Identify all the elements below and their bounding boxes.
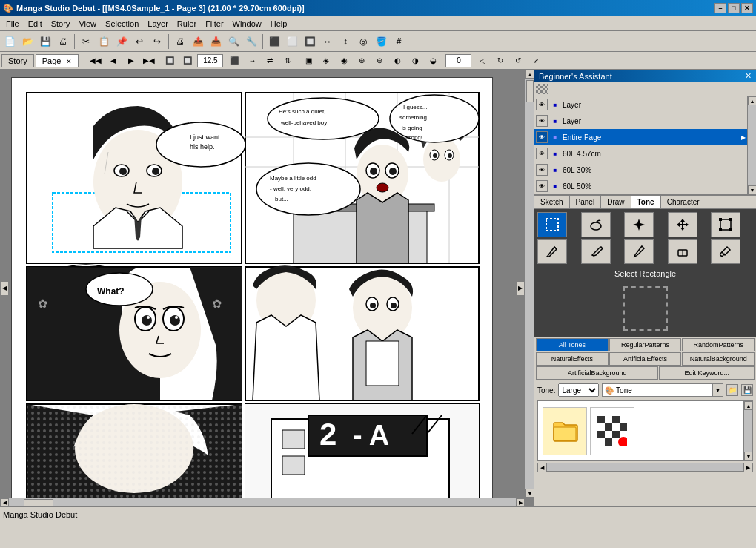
tab-character[interactable]: Character: [661, 196, 706, 208]
left-nav-arrow[interactable]: ◀: [0, 281, 9, 296]
canvas-vscroll[interactable]: ▲ ▼: [525, 70, 534, 498]
layer-eye-2[interactable]: 👁: [536, 115, 548, 127]
tone-cat-artificial-bg[interactable]: ArtificialBackground: [536, 366, 658, 380]
tool-magic-wand[interactable]: [624, 212, 654, 237]
selection-tool3[interactable]: ◉: [336, 53, 352, 69]
fill-btn[interactable]: 🪣: [373, 33, 389, 50]
tab-draw[interactable]: Draw: [601, 196, 631, 208]
rot-btn2[interactable]: ↻: [492, 53, 508, 69]
tool-pen[interactable]: [581, 239, 611, 264]
rot-btn4[interactable]: ⤢: [528, 53, 544, 69]
selection-tool2[interactable]: ◈: [318, 53, 334, 69]
layer-eye-1[interactable]: 👁: [536, 99, 548, 110]
tone-folder-btn[interactable]: 📁: [726, 384, 738, 396]
page-last-btn[interactable]: ▶◀: [141, 53, 157, 69]
right-nav-arrow[interactable]: ▶: [516, 281, 525, 296]
canvas-area[interactable]: ◀: [0, 70, 534, 506]
tone-cat-edit-keyword[interactable]: Edit Keyword...: [659, 366, 755, 380]
tone-items-hscroll[interactable]: ◀ ▶: [537, 463, 753, 472]
menu-edit[interactable]: Edit: [24, 18, 47, 30]
rot-btn3[interactable]: ↺: [510, 53, 526, 69]
tone-hscroll-right[interactable]: ▶: [743, 463, 752, 472]
canvas-hscroll[interactable]: ◀ ▶: [0, 498, 525, 506]
view-btn[interactable]: 🔍: [225, 33, 242, 50]
tone-cat-artificial-effects[interactable]: ArtificialEffects: [609, 352, 682, 366]
maximize-button[interactable]: □: [728, 3, 740, 13]
tone-cat-all-tones[interactable]: All Tones: [536, 338, 609, 351]
print-preview-btn[interactable]: 🖨: [55, 33, 71, 50]
tone-save-btn[interactable]: 💾: [741, 384, 753, 396]
select-invert-btn[interactable]: 🔲: [302, 33, 318, 50]
deselect-btn[interactable]: ⬜: [284, 33, 300, 50]
tone-cat-natural-bg[interactable]: NaturalBackground: [682, 352, 755, 366]
tone-vscroll-up[interactable]: ▲: [744, 401, 753, 410]
hscroll-right-btn[interactable]: ▶: [516, 498, 525, 506]
layer-row-6[interactable]: 👁 ■ 60L 50%: [534, 178, 747, 194]
rot-btn1[interactable]: ◁: [474, 53, 491, 69]
vscroll-thumb[interactable]: [526, 80, 534, 102]
grid-btn[interactable]: #: [391, 33, 407, 50]
page-first-btn[interactable]: ◀◀: [87, 53, 104, 69]
selection-tool6[interactable]: ◐: [389, 53, 405, 69]
menu-view[interactable]: View: [74, 18, 101, 30]
zoom-fit-btn[interactable]: ⬛: [226, 53, 242, 69]
tone-combo-arrow[interactable]: ▼: [712, 384, 723, 396]
page-tab[interactable]: Page ✕: [36, 54, 79, 67]
menu-help[interactable]: Help: [266, 18, 292, 30]
hscroll-track[interactable]: [9, 498, 516, 506]
tone-item-checker[interactable]: [590, 407, 634, 455]
menu-layer[interactable]: Layer: [143, 18, 173, 30]
flip-h-btn[interactable]: ⇌: [262, 53, 278, 69]
vscroll-track[interactable]: [525, 79, 534, 489]
layer-row-2[interactable]: 👁 ■ Layer: [534, 113, 747, 129]
menu-filter[interactable]: Filter: [201, 18, 228, 30]
page-tab-close[interactable]: ✕: [66, 58, 72, 65]
new-file-btn[interactable]: 📄: [1, 33, 18, 50]
tool-transform[interactable]: [711, 212, 740, 237]
selection-tool7[interactable]: ◑: [407, 53, 423, 69]
tone-vscroll-down[interactable]: ▼: [744, 452, 753, 460]
tone-hscroll-left[interactable]: ◀: [538, 463, 547, 472]
layers-scroll-up[interactable]: ▲: [748, 96, 756, 105]
zoom-input[interactable]: [197, 54, 223, 67]
rotation-input[interactable]: [445, 54, 471, 67]
tone-size-select[interactable]: Large Medium Small: [558, 383, 599, 397]
save-btn[interactable]: 💾: [37, 33, 53, 50]
assistant-close-btn[interactable]: ✕: [745, 71, 752, 81]
expand-btn[interactable]: ↔: [319, 33, 336, 50]
minimize-button[interactable]: –: [714, 3, 726, 13]
tone-cat-regular-patterns[interactable]: RegularPatterns: [609, 338, 682, 351]
layer-row-entirepage[interactable]: 👁 ■ Entire Page ▶: [534, 129, 747, 145]
tab-sketch[interactable]: Sketch: [534, 196, 570, 208]
tone-combo[interactable]: 🎨 Tone ▼: [602, 383, 723, 397]
tool-eyedropper[interactable]: [711, 239, 740, 264]
undo-btn[interactable]: ↩: [131, 33, 147, 50]
tool-select-rect[interactable]: [537, 212, 567, 237]
vscroll-up-btn[interactable]: ▲: [525, 70, 534, 79]
tone-items-vscroll[interactable]: ▲ ▼: [743, 401, 752, 460]
redo-btn[interactable]: ↪: [149, 33, 165, 50]
menu-selection[interactable]: Selection: [101, 18, 143, 30]
hscroll-thumb[interactable]: [24, 499, 53, 506]
hscroll-left-btn[interactable]: ◀: [0, 498, 9, 506]
menu-file[interactable]: File: [1, 18, 24, 30]
open-file-btn[interactable]: 📂: [19, 33, 36, 50]
selection-tool1[interactable]: ▣: [300, 53, 316, 69]
layer-row-5[interactable]: 👁 ■ 60L 30%: [534, 162, 747, 178]
menu-ruler[interactable]: Ruler: [173, 18, 201, 30]
layer-row-1[interactable]: 👁 ■ Layer: [534, 96, 747, 113]
copy-btn[interactable]: 📋: [96, 33, 112, 50]
layer-eye-ep[interactable]: 👁: [536, 131, 548, 143]
tool-pencil[interactable]: [537, 239, 567, 264]
close-button[interactable]: ✕: [741, 3, 753, 13]
print-btn[interactable]: 🖨: [172, 33, 188, 50]
layer-eye-4[interactable]: 👁: [536, 148, 548, 159]
tone-item-folder[interactable]: [543, 407, 587, 455]
layer-eye-6[interactable]: 👁: [536, 180, 548, 192]
selection-tool4[interactable]: ⊕: [354, 53, 370, 69]
feather-btn[interactable]: ◎: [355, 33, 371, 50]
tool-brush[interactable]: [624, 239, 654, 264]
tools-btn[interactable]: 🔧: [243, 33, 259, 50]
page-next-btn[interactable]: ▶: [123, 53, 139, 69]
layers-vscroll[interactable]: ▲ ▼: [747, 96, 756, 194]
